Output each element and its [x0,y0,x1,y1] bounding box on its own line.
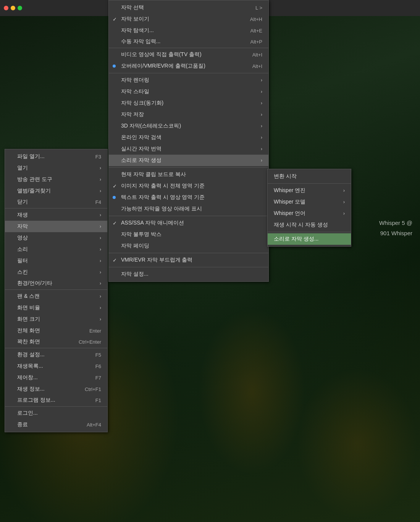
subtitle-select-label: 자막 선택 [121,4,144,11]
menu-broadcast-arrow: › [96,177,101,182]
tv-output-shortcut: Alt+I [252,52,262,58]
menu-quit-shortcut: Alt+F4 [87,422,101,428]
generate-subtitle-label: 소리로 자막 생성... [274,236,318,242]
menu-close-shortcut: F4 [95,199,101,205]
whisper-language-label: Whisper 언어 [274,210,305,217]
menu-open-file-label: 파일 열기... [17,153,45,160]
subtitle-sync[interactable]: 자막 싱크(동기화) › [109,97,268,109]
text-video-area[interactable]: 텍스트 자막 출력 시 영상 영역 기준 [109,192,268,203]
whisper-engine[interactable]: Whisper 엔진 › [268,185,351,196]
subtitle-browser-label: 자막 탐색기... [121,27,154,34]
subtitle-opaque-box[interactable]: 자막 불투명 박스 [109,229,268,240]
subtitle-settings[interactable]: 자막 설정... [109,268,268,280]
subtitle-save[interactable]: 자막 저장 › [109,109,268,120]
menu-play-label: 재생 [17,212,28,218]
menu-env-settings-label: 환경 설정... [17,351,45,358]
close-button[interactable] [4,6,8,10]
subtitle-realtime[interactable]: 실시간 자막 번역 › [109,143,268,155]
subtitle-search-arrow: › [257,135,262,140]
menu-video-label: 영상 [17,234,28,241]
subtitle-rendering[interactable]: 자막 렌더링 › [109,74,268,86]
menu-control-window[interactable]: 제어창... F7 [5,372,107,383]
menu-login[interactable]: 로그인... [5,407,107,419]
menu-open-arrow: › [96,165,101,171]
convert-start[interactable]: 변환 시작 [268,171,351,182]
subtitle-fading[interactable]: 자막 페이딩 [109,240,268,252]
subtitle-style[interactable]: 자막 스타일 › [109,86,268,97]
overlay-output[interactable]: 오버레이/VMR/EVR에 출력(고품질) Alt+I [109,60,268,72]
menu-aspect-ratio-label: 화면 비율 [17,304,40,311]
menu-screen-size[interactable]: 화면 크기 › [5,314,107,325]
subtitle-browser[interactable]: 자막 탐색기... Alt+E [109,25,268,36]
menu-program-info-shortcut: F1 [95,398,101,403]
menu-open-file-shortcut: F3 [95,154,101,160]
subtitle-show[interactable]: ✓ 자막 보이기 Alt+H [109,13,268,25]
auto-generate[interactable]: 재생 시작 시 자동 생성 [268,219,351,231]
menu-playlist[interactable]: 재생목록... F6 [5,360,107,372]
menu-environment[interactable]: 환경/언어/기타 › [5,278,107,290]
show-below-label: 가능하면 자막을 영상 아래에 표시 [121,205,202,212]
menu-close[interactable]: 닫기 F4 [5,197,107,208]
menu-open-file[interactable]: 파일 열기... F3 [5,151,107,162]
subtitle-manual[interactable]: 수동 자막 입력... Alt+P [109,36,268,48]
show-below[interactable]: 가능하면 자막을 영상 아래에 표시 [109,203,268,215]
subtitle-manual-label: 수동 자막 입력... [121,38,160,45]
menu-fullscreen[interactable]: 전체 화면 Enter [5,325,107,336]
whisper-engine-arrow: › [339,188,345,193]
menu-subtitle[interactable]: 자막 › [5,221,107,232]
menu-filter[interactable]: 필터 › [5,255,107,267]
menu-fan-scan-label: 팬 & 스캔 [17,293,40,300]
menu-fit-screen-label: 꽉찬 화면 [17,338,40,345]
subtitle-voice-gen[interactable]: 소리로 자막 생성 › [109,155,268,166]
image-full-area[interactable]: ✓ 이미지 자막 출력 시 전체 영역 기준 [109,180,268,192]
menu-program-info-label: 프로그램 정보... [17,397,55,404]
menu-login-label: 로그인... [17,410,38,417]
subtitle-search[interactable]: 온라인 자막 검색 › [109,132,268,143]
copy-subtitle[interactable]: 현재 자막 클립 보드로 복사 [109,169,268,180]
menu-sound-arrow: › [96,247,101,252]
generate-subtitle[interactable]: 소리로 자막 생성... [268,233,351,245]
vmr-smooth[interactable]: ✓ VMR/EVR 자막 부드럽게 출력 [109,254,268,266]
subtitle-save-arrow: › [257,112,262,117]
copy-subtitle-label: 현재 자막 클립 보드로 복사 [121,171,186,178]
menu-env-settings[interactable]: 환경 설정... F5 [5,349,107,360]
whisper-language-arrow: › [339,211,345,216]
subtitle-browser-shortcut: Alt+E [250,28,262,34]
menu-album[interactable]: 앨범/즐겨찾기 › [5,185,107,197]
menu-play-info[interactable]: 재생 정보... Ctrl+F1 [5,383,107,395]
menu-open[interactable]: 열기 › [5,162,107,174]
menu-aspect-ratio-arrow: › [96,305,101,310]
maximize-button[interactable] [18,6,22,10]
whisper-submenu: 변환 시작 Whisper 엔진 › Whisper 모델 › Whisper … [267,169,351,247]
menu-skin-arrow: › [96,270,101,275]
subtitle-menu: 자막 선택 L > ✓ 자막 보이기 Alt+H 자막 탐색기... Alt+E… [108,0,269,282]
menu-skin[interactable]: 스킨 › [5,267,107,278]
subtitle-realtime-arrow: › [257,146,262,152]
menu-program-info[interactable]: 프로그램 정보... F1 [5,395,107,407]
whisper-overlay: Whisper 5 @ 901 Whisper [379,218,412,238]
menu-fit-screen[interactable]: 꽉찬 화면 Ctrl+Enter [5,336,107,348]
subtitle-realtime-label: 실시간 자막 번역 [121,145,162,152]
whisper-separator2 [268,232,351,232]
menu-fan-scan-arrow: › [96,294,101,299]
subtitle-style-arrow: › [257,89,262,94]
minimize-button[interactable] [11,6,15,10]
subtitle-save-label: 자막 저장 [121,111,144,118]
subtitle-sync-arrow: › [257,100,262,106]
subtitle-3d[interactable]: 3D 자막(스테레오스코픽) › [109,120,268,132]
menu-quit[interactable]: 종료 Alt+F4 [5,419,107,430]
menu-video[interactable]: 영상 › [5,232,107,244]
subtitle-fading-label: 자막 페이딩 [121,242,149,249]
whisper-model[interactable]: Whisper 모델 › [268,196,351,208]
menu-aspect-ratio[interactable]: 화면 비율 › [5,302,107,314]
subtitle-select[interactable]: 자막 선택 L > [109,2,268,13]
whisper-language[interactable]: Whisper 언어 › [268,208,351,219]
subtitle-show-shortcut: Alt+H [250,16,262,22]
menu-play[interactable]: 재생 › [5,209,107,221]
menu-play-info-shortcut: Ctrl+F1 [85,386,101,392]
menu-fan-scan[interactable]: 팬 & 스캔 › [5,291,107,302]
menu-sound[interactable]: 소리 › [5,244,107,255]
menu-broadcast[interactable]: 방송 관련 도구 › [5,174,107,185]
tv-output[interactable]: 비디오 영상에 직접 출력(TV 출력) Alt+I [109,49,268,60]
ass-animation[interactable]: ✓ ASS/SSA 자막 애니메이션 [109,217,268,229]
